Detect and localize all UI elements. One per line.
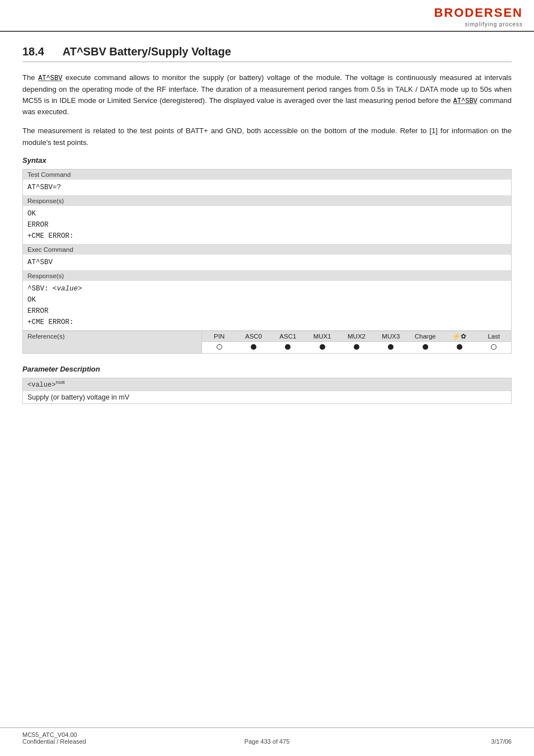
dot-empty-pin [217, 344, 222, 350]
test-command-label: Test Command [23, 170, 511, 180]
exec-response-code: ^SBV: <value> OK ERROR +CME ERROR: [23, 281, 511, 330]
dot-filled-special [457, 344, 462, 350]
dot-empty-last [491, 344, 496, 350]
body-paragraph-2: The measurement is related to the test p… [22, 125, 512, 148]
section-number: 18.4 [22, 45, 44, 58]
ref-mux1-siemens [305, 344, 339, 351]
parameter-block: <value>num Supply (or battery) voltage i… [22, 378, 512, 404]
test-response-label: Response(s) [23, 196, 511, 206]
dot-filled-asc1 [285, 344, 291, 350]
dot-filled-mux2 [354, 344, 359, 350]
test-command-row: Test Command AT^SBV=? [23, 170, 511, 196]
ref-col-asc0: ASC0 [236, 333, 270, 340]
exec-command-row: Exec Command AT^SBV [23, 245, 511, 271]
footer-doc-id: MC55_ATC_V04.00 [22, 731, 185, 738]
reference-header: PIN ASC0 ASC1 MUX1 MUX2 MUX3 Charge ⚡✿ L… [202, 331, 511, 342]
syntax-heading: Syntax [22, 156, 512, 165]
test-command-code: AT^SBV=? [23, 180, 511, 195]
exec-response-sbv: ^SBV: <value> [27, 283, 507, 294]
ref-col-mux3: MUX3 [374, 333, 408, 340]
ref-col-pin: PIN [202, 333, 236, 340]
footer-center: Page 433 of 475 [185, 738, 348, 745]
reference-content: PIN ASC0 ASC1 MUX1 MUX2 MUX3 Charge ⚡✿ L… [202, 331, 511, 353]
ref-mux3-siemens [374, 344, 408, 351]
ref-charge-siemens [408, 344, 442, 351]
main-content: 18.4 AT^SBV Battery/Supply Voltage The A… [0, 32, 534, 438]
special-icon: ⚡✿ [452, 332, 466, 340]
at-sbv-inline-1: AT^SBV [38, 74, 62, 82]
dot-filled-charge [423, 344, 428, 350]
page-footer: MC55_ATC_V04.00 Confidential / Released … [0, 727, 534, 745]
body-paragraph-1: The AT^SBV execute command allows to mon… [22, 72, 512, 118]
exec-response-label: Response(s) [23, 271, 511, 281]
exec-response-error: ERROR [27, 306, 507, 317]
exec-command-code: AT^SBV [23, 255, 511, 270]
footer-status: Confidential / Released [22, 738, 185, 745]
ref-col-mux1: MUX1 [305, 333, 339, 340]
ref-special-siemens [442, 344, 476, 351]
dot-filled-mux1 [320, 344, 325, 350]
ref-pin-siemens [202, 344, 236, 351]
exec-response-value: <value> [53, 285, 82, 293]
reference-row: Reference(s) PIN ASC0 ASC1 MUX1 MUX2 MUX… [23, 331, 511, 353]
ref-asc1-siemens [271, 344, 305, 351]
syntax-block: Test Command AT^SBV=? Response(s) OK ERR… [22, 169, 512, 354]
ref-asc0-siemens [236, 344, 270, 351]
page-header: BRODERSEN simplifying process [0, 0, 534, 32]
test-response-ok: OK [27, 208, 507, 219]
reference-label: Reference(s) [23, 331, 202, 353]
ref-col-special: ⚡✿ [442, 332, 476, 340]
at-sbv-inline-2: AT^SBV [453, 97, 477, 105]
brand-name: BRODERSEN [434, 6, 523, 20]
test-response-code: OK ERROR +CME ERROR: [23, 206, 511, 244]
section-heading: AT^SBV Battery/Supply Voltage [63, 45, 231, 58]
reference-data-siemens [202, 342, 511, 353]
ref-last-siemens [477, 344, 511, 351]
ref-col-mux2: MUX2 [339, 333, 373, 340]
param-name-row: <value>num [23, 378, 511, 391]
footer-left: MC55_ATC_V04.00 Confidential / Released [22, 731, 185, 745]
test-response-row: Response(s) OK ERROR +CME ERROR: [23, 196, 511, 245]
exec-command-label: Exec Command [23, 245, 511, 255]
test-response-error: ERROR [27, 219, 507, 231]
dot-filled-mux3 [388, 344, 394, 350]
exec-response-cme: +CME ERROR: [27, 317, 507, 328]
ref-col-charge: Charge [408, 333, 442, 340]
exec-response-ok: OK [27, 294, 507, 306]
brand-tagline: simplifying process [434, 21, 523, 27]
section-title: 18.4 AT^SBV Battery/Supply Voltage [22, 45, 512, 62]
logo: BRODERSEN simplifying process [434, 6, 523, 27]
exec-response-row: Response(s) ^SBV: <value> OK ERROR +CME … [23, 271, 511, 331]
dot-filled-asc0 [251, 344, 256, 350]
test-response-cme: +CME ERROR: [27, 231, 507, 242]
param-description: Supply (or battery) voltage in mV [23, 391, 511, 403]
param-name-label: <value>num [23, 378, 511, 391]
ref-col-asc1: ASC1 [271, 333, 305, 340]
ref-mux2-siemens [339, 344, 373, 351]
footer-right: 3/17/06 [349, 738, 512, 745]
parameter-description-heading: Parameter Description [22, 365, 512, 373]
param-name-code: <value>num [27, 381, 65, 389]
param-desc-row: Supply (or battery) voltage in mV [23, 391, 511, 403]
ref-col-last: Last [477, 333, 511, 340]
param-num-sup: num [55, 380, 64, 386]
